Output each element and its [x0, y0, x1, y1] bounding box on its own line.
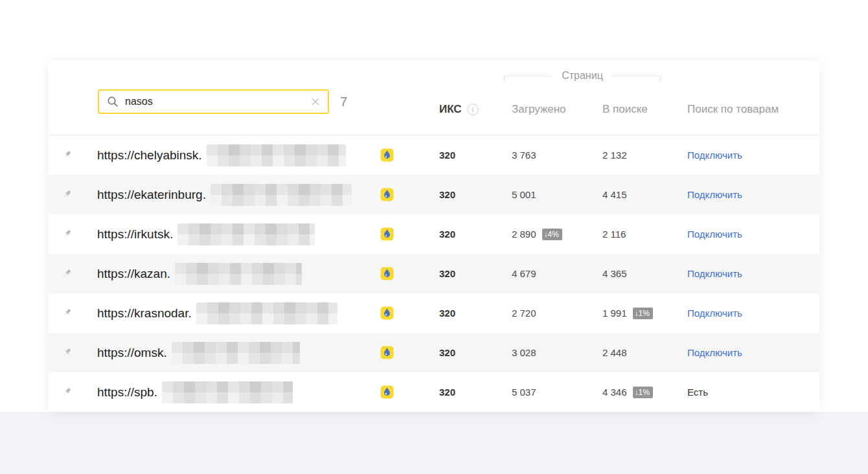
connect-link[interactable]: Подключить [687, 347, 742, 358]
action-cell: Подключить [687, 175, 742, 214]
pin-icon[interactable] [62, 333, 73, 372]
connect-link[interactable]: Подключить [687, 189, 742, 200]
pin-icon[interactable] [62, 372, 73, 412]
site-url-link[interactable]: https://krasnodar. [97, 306, 192, 321]
connect-link[interactable]: Подключить [687, 308, 742, 319]
table-row: https://krasnodar. 320 2 720 1 991↓1% По… [49, 293, 819, 333]
site-favicon-drop-icon [380, 175, 394, 214]
loaded-change-badge: ↓4% [542, 229, 562, 240]
loaded-value: 2 720 [512, 308, 536, 319]
site-url-link[interactable]: https://spb. [97, 385, 157, 400]
loaded-value: 2 890 [512, 229, 536, 240]
connect-link[interactable]: Подключить [687, 150, 742, 161]
iks-value: 320 [439, 175, 455, 214]
site-favicon-drop-icon [380, 254, 394, 293]
blurred-domain [177, 223, 315, 245]
loaded-value: 3 028 [512, 347, 536, 358]
connect-link[interactable]: Подключить [687, 229, 742, 240]
site-url-link[interactable]: https://kazan. [97, 267, 170, 281]
action-cell: Подключить [687, 214, 742, 254]
table-row: https://chelyabinsk. 320 3 763 2 132 Под… [49, 135, 819, 175]
loaded-cell: 5 001 [512, 175, 536, 214]
group-bracket-left [504, 76, 553, 82]
site-favicon-drop-icon [380, 293, 394, 333]
table-column-headers: ИКС i Загружено В поиске Поиск по товара… [49, 101, 819, 118]
loaded-value: 5 001 [512, 189, 536, 200]
action-cell: Подключить [687, 293, 742, 333]
pin-icon[interactable] [62, 214, 73, 254]
site-url-cell: https://kazan. [97, 254, 302, 293]
insearch-value: 4 415 [602, 189, 627, 200]
blurred-domain [211, 184, 352, 206]
products-column-header: Поиск по товарам [687, 101, 779, 118]
action-status-text: Есть [687, 387, 708, 398]
insearch-value: 4 365 [602, 268, 627, 279]
blurred-domain [207, 144, 346, 166]
iks-column-header: ИКС i [439, 101, 479, 118]
connect-link[interactable]: Подключить [687, 268, 742, 279]
site-url-cell: https://krasnodar. [97, 293, 337, 333]
action-cell: Есть [687, 372, 708, 412]
loaded-cell: 2 890↓4% [512, 214, 562, 254]
insearch-column-header: В поиске [602, 101, 648, 118]
insearch-cell: 2 448 [602, 333, 627, 372]
loaded-cell: 3 763 [512, 135, 536, 175]
pin-icon[interactable] [62, 254, 73, 293]
table-row: https://spb. 320 5 037 4 346↓1% Есть [49, 372, 819, 412]
loaded-cell: 2 720 [512, 293, 536, 333]
blurred-domain [196, 302, 337, 324]
pin-icon[interactable] [62, 135, 73, 175]
site-url-cell: https://ekaterinburg. [97, 175, 352, 214]
iks-value: 320 [439, 214, 455, 254]
blurred-domain [175, 263, 302, 285]
loaded-cell: 3 028 [512, 333, 536, 372]
site-url-link[interactable]: https://ekaterinburg. [97, 188, 206, 202]
site-url-cell: https://omsk. [97, 333, 300, 372]
insearch-value: 2 132 [602, 150, 627, 161]
yandex-webmaster-sites-page: nasos 7 Страниц ИКС i Загружено В поиске… [0, 0, 868, 474]
site-url-cell: https://chelyabinsk. [97, 135, 346, 175]
insearch-value: 1 991 [602, 308, 627, 319]
insearch-cell: 1 991↓1% [602, 293, 653, 333]
loaded-value: 5 037 [512, 387, 536, 398]
sites-table: https://chelyabinsk. 320 3 763 2 132 Под… [49, 135, 819, 412]
insearch-value: 2 116 [602, 229, 626, 240]
iks-value: 320 [439, 293, 455, 333]
site-url-link[interactable]: https://chelyabinsk. [97, 148, 202, 163]
loaded-value: 4 679 [512, 268, 536, 279]
loaded-cell: 4 679 [512, 254, 536, 293]
pin-icon[interactable] [62, 293, 73, 333]
site-favicon-drop-icon [380, 372, 394, 412]
insearch-cell: 2 132 [602, 135, 627, 175]
action-cell: Подключить [687, 254, 742, 293]
loaded-value: 3 763 [512, 150, 536, 161]
iks-value: 320 [439, 333, 455, 372]
blurred-domain [172, 342, 300, 364]
site-url-cell: https://irkutsk. [97, 214, 315, 254]
site-url-cell: https://spb. [97, 372, 293, 412]
iks-value: 320 [439, 135, 455, 175]
insearch-change-badge: ↓1% [633, 387, 653, 398]
insearch-cell: 4 365 [602, 254, 627, 293]
iks-value: 320 [439, 254, 455, 293]
site-url-link[interactable]: https://omsk. [97, 346, 167, 360]
site-favicon-drop-icon [380, 135, 394, 175]
table-row: https://irkutsk. 320 2 890↓4% 2 116 Подк… [49, 214, 819, 254]
info-icon[interactable]: i [467, 104, 479, 115]
insearch-value: 4 346 [602, 387, 627, 398]
insearch-change-badge: ↓1% [633, 308, 653, 319]
table-row: https://omsk. 320 3 028 2 448 Подключить [49, 333, 819, 372]
insearch-cell: 4 346↓1% [602, 372, 653, 412]
action-cell: Подключить [687, 135, 742, 175]
table-row: https://kazan. 320 4 679 4 365 Подключит… [49, 254, 819, 293]
site-favicon-drop-icon [380, 333, 394, 372]
page-background-strip [0, 412, 868, 474]
pages-group-header: Страниц [504, 68, 661, 84]
site-url-link[interactable]: https://irkutsk. [97, 227, 173, 242]
site-favicon-drop-icon [380, 214, 394, 254]
pages-group-label: Страниц [562, 68, 603, 84]
iks-header-label: ИКС [439, 101, 462, 118]
insearch-cell: 4 415 [602, 175, 627, 214]
insearch-value: 2 448 [602, 347, 627, 358]
pin-icon[interactable] [62, 175, 73, 214]
